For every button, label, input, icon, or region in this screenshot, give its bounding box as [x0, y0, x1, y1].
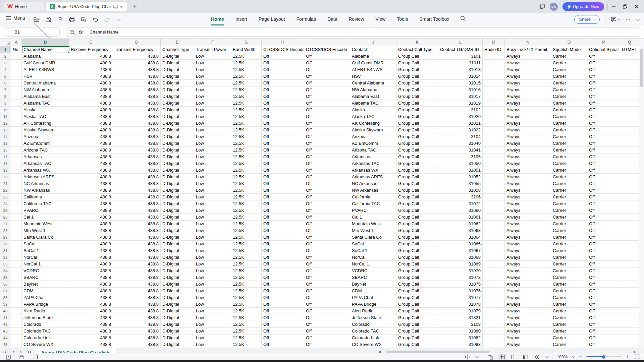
cell-F26[interactable]: Low	[194, 214, 231, 221]
cell-O10[interactable]: Carrier	[551, 107, 587, 113]
cell-L10[interactable]: 3102	[438, 107, 483, 113]
cell-C19[interactable]: 438.8	[69, 167, 113, 174]
cell-M12[interactable]	[483, 120, 505, 127]
row-header-17[interactable]: 17	[0, 154, 11, 160]
cell-M10[interactable]	[483, 107, 505, 113]
cell-M25[interactable]	[483, 207, 505, 214]
cell-B2[interactable]: Alabama	[22, 53, 69, 60]
cell-N19[interactable]: Always	[505, 167, 551, 174]
cell-A6[interactable]	[11, 80, 22, 86]
cell-P22[interactable]: Off	[587, 187, 620, 194]
cell-K27[interactable]: Group Call	[396, 221, 438, 227]
cell-A28[interactable]	[11, 227, 22, 234]
cell-K28[interactable]: Group Call	[396, 227, 438, 234]
cell-M16[interactable]	[483, 147, 505, 154]
cell-N5[interactable]: Always	[505, 73, 551, 80]
cell-A12[interactable]	[11, 120, 22, 127]
cell-I34[interactable]: Off	[304, 267, 350, 274]
cell-H28[interactable]: Off	[262, 227, 304, 234]
cell-K20[interactable]: Group Call	[396, 174, 438, 180]
cell-C5[interactable]: 438.8	[69, 73, 113, 80]
cell-A39[interactable]	[11, 301, 22, 308]
cell-D40[interactable]: 438.8	[113, 308, 161, 314]
cell-J13[interactable]: Alaska Skywarn	[350, 127, 396, 133]
cell-I45[interactable]: Off	[304, 341, 350, 348]
cell-M32[interactable]	[483, 254, 505, 261]
cell-I30[interactable]: Off	[304, 241, 350, 247]
cell-C45[interactable]: 438.8	[69, 341, 113, 348]
vertical-scrollbar[interactable]	[639, 39, 644, 348]
cell-N23[interactable]: Always	[505, 194, 551, 200]
cell-L39[interactable]: 31078	[438, 301, 483, 308]
cell-C28[interactable]: 438.8	[69, 227, 113, 234]
cell-N4[interactable]: Always	[505, 66, 551, 73]
cell-K32[interactable]: Group Call	[396, 254, 438, 261]
cell-B15[interactable]: AZ EmComm	[22, 140, 69, 147]
cell-O11[interactable]: Carrier	[551, 113, 587, 120]
cell-O44[interactable]: Carrier	[551, 335, 587, 341]
cell-M15[interactable]	[483, 140, 505, 147]
cell-K4[interactable]: Group Call	[396, 66, 438, 73]
cell-J40[interactable]: Alert Radio	[350, 308, 396, 314]
document-tab[interactable]: S Super USA Code Plug Channels	[46, 2, 127, 11]
cell-C11[interactable]: 438.8	[69, 113, 113, 120]
cell-D35[interactable]: 438.8	[113, 274, 161, 281]
ribbon-tab-tools[interactable]: Tools	[391, 13, 414, 25]
cell-G22[interactable]: 12.5K	[231, 187, 262, 194]
cell-Q5[interactable]	[620, 73, 639, 80]
row-header-41[interactable]: 41	[0, 314, 11, 321]
cell-A16[interactable]	[11, 147, 22, 154]
share-button[interactable]: Share	[574, 15, 600, 24]
cell-O45[interactable]: Carrier	[551, 341, 587, 348]
cell-A42[interactable]	[11, 321, 22, 328]
cell-L26[interactable]: 31061	[438, 214, 483, 221]
cell-E13[interactable]: D-Digital	[161, 127, 194, 133]
cell-F10[interactable]: Low	[194, 107, 231, 113]
cell-M13[interactable]	[483, 127, 505, 133]
cell-C35[interactable]: 438.8	[69, 274, 113, 281]
cell-G5[interactable]: 12.5K	[231, 73, 262, 80]
cell-N40[interactable]: Always	[505, 308, 551, 314]
cell-P35[interactable]: Off	[587, 274, 620, 281]
cell-D25[interactable]: 438.8	[113, 207, 161, 214]
cell-D23[interactable]: 438.8	[113, 194, 161, 200]
cell-J31[interactable]: SoCal 1	[350, 247, 396, 254]
cell-O13[interactable]: Carrier	[551, 127, 587, 133]
cell-N2[interactable]: Always	[505, 53, 551, 60]
cell-O14[interactable]: Carrier	[551, 133, 587, 140]
cell-D33[interactable]: 438.8	[113, 261, 161, 267]
cell-A36[interactable]	[11, 281, 22, 288]
cell-L31[interactable]: 31067	[438, 247, 483, 254]
cell-M19[interactable]	[483, 167, 505, 174]
cell-P5[interactable]: Off	[587, 73, 620, 80]
cell-H38[interactable]: Off	[262, 294, 304, 301]
cell-P17[interactable]: Off	[587, 154, 620, 160]
cell-K5[interactable]: Group Call	[396, 73, 438, 80]
cell-L44[interactable]: 31082	[438, 335, 483, 341]
cell-N27[interactable]: Always	[505, 221, 551, 227]
cell-B30[interactable]: SoCal	[22, 241, 69, 247]
cell-D13[interactable]: 438.8	[113, 127, 161, 133]
cell-E29[interactable]: D-Digital	[161, 234, 194, 241]
cell-D44[interactable]: 438.8	[113, 335, 161, 341]
cell-J23[interactable]: California	[350, 194, 396, 200]
cell-E35[interactable]: D-Digital	[161, 274, 194, 281]
cell-I20[interactable]: Off	[304, 174, 350, 180]
row-header-39[interactable]: 39	[0, 301, 11, 308]
cell-A35[interactable]	[11, 274, 22, 281]
cell-I19[interactable]: Off	[304, 167, 350, 174]
cell-A14[interactable]	[11, 133, 22, 140]
cell-K44[interactable]: Group Call	[396, 335, 438, 341]
cell-J22[interactable]: NW Arkansas	[350, 187, 396, 194]
cell-C22[interactable]: 438.8	[69, 187, 113, 194]
cell-E25[interactable]: D-Digital	[161, 207, 194, 214]
cell-C29[interactable]: 438.8	[69, 234, 113, 241]
cell-G24[interactable]: 12.5K	[231, 200, 262, 207]
cell-D15[interactable]: 438.8	[113, 140, 161, 147]
cell-Q27[interactable]	[620, 221, 639, 227]
cell-N17[interactable]: Always	[505, 154, 551, 160]
row-header-15[interactable]: 15	[0, 140, 11, 147]
cell-M31[interactable]	[483, 247, 505, 254]
cell-O31[interactable]: Carrier	[551, 247, 587, 254]
cell-M43[interactable]	[483, 328, 505, 335]
